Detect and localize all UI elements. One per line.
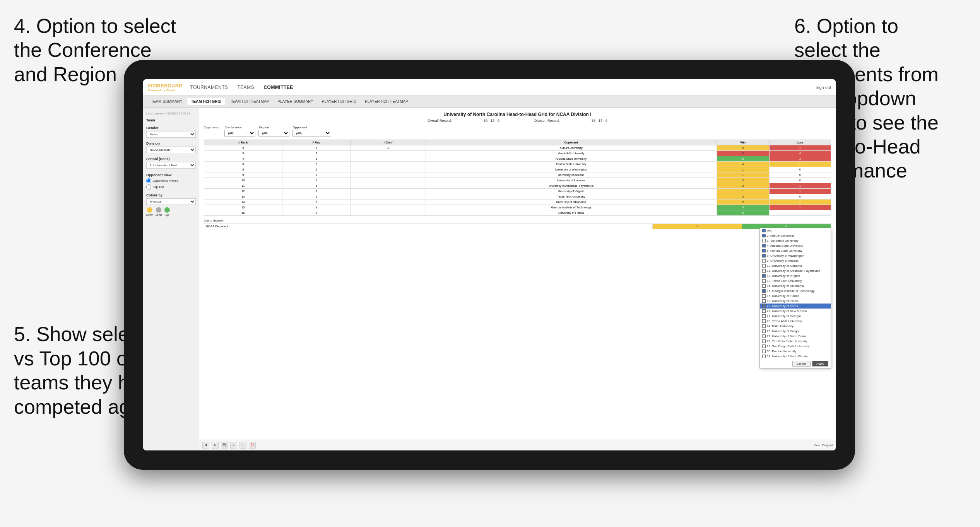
dropdown-item[interactable]: 14. University of Oklahoma [760, 283, 831, 288]
dropdown-item[interactable]: 16. University of Florida [760, 293, 831, 298]
dropdown-item[interactable]: 28. The Ohio State University [760, 339, 831, 344]
school-select[interactable]: 1. University of Nort... [146, 162, 196, 169]
top-100-label: Top 100 [153, 185, 164, 189]
cell-conf [351, 200, 426, 205]
dropdown-item[interactable]: 12. University of Virginia [760, 273, 831, 278]
undo-btn[interactable]: ↺ [202, 442, 209, 449]
dropdown-item[interactable]: 21. University of New Mexico [760, 309, 831, 314]
cell-win: 3 [717, 194, 769, 200]
dropdown-item[interactable]: 2. Auburn University [760, 233, 831, 238]
legend-up-label: Up [165, 213, 169, 216]
cell-rank: 12 [204, 189, 282, 194]
zoom-in-btn[interactable]: + [230, 442, 237, 449]
cell-win: 2 [717, 200, 769, 205]
dropdown-item[interactable]: 4. Arizona State University [760, 243, 831, 248]
sub-nav-player-h2h-grid[interactable]: PLAYER H2H GRID [318, 98, 360, 105]
dropdown-item-label: 13. Texas Tech University [767, 279, 802, 283]
dropdown-item[interactable]: (All) [760, 228, 831, 233]
dropdown-checkbox [762, 334, 766, 338]
sub-nav-player-h2h-heatmap[interactable]: PLAYER H2H HEATMAP [361, 98, 412, 105]
legend-up: Up [164, 207, 170, 216]
dropdown-item-label: 30. Purdue University [767, 350, 796, 353]
zoom-out-btn[interactable]: - [239, 442, 246, 449]
table-row: 14 2 University of Oklahoma 2 2 [204, 200, 831, 205]
cell-rank: 4 [204, 156, 282, 162]
dropdown-item[interactable]: 31. University of North Florida [760, 354, 831, 359]
grid-title: University of North Carolina Head-to-Hea… [204, 112, 831, 117]
dropdown-item[interactable]: 25. University of Oregon [760, 329, 831, 334]
table-row: 11 6 University of Arkansas, Fayettevill… [204, 183, 831, 189]
cell-rank: 8 [204, 167, 282, 172]
dropdown-item-label: 22. University of Georgia [767, 314, 801, 318]
colour-select[interactable]: Win/loss [146, 198, 196, 205]
col-opponent: Opponent [426, 140, 717, 145]
dropdown-item[interactable]: 27. University of Notre Dame [760, 334, 831, 339]
opponent-dropdown[interactable]: (All)2. Auburn University3. Vanderbilt U… [759, 228, 831, 368]
sub-nav-team-h2h-grid[interactable]: TEAM H2H GRID [187, 98, 226, 105]
dropdown-item[interactable]: 10. University of Alabama [760, 263, 831, 268]
dropdown-item[interactable]: 30. Purdue University [760, 349, 831, 354]
last-updated: Last Updated: 4/15/2024 16:55:38 [146, 112, 196, 115]
dropdown-item[interactable]: 18. University of Illinois [760, 298, 831, 304]
cell-loss: 4 [769, 151, 831, 156]
region-filter-select[interactable]: (All) [258, 130, 289, 136]
dropdown-cancel-button[interactable]: Cancel [792, 361, 811, 367]
dropdown-item[interactable]: 29. San Diego State University [760, 344, 831, 349]
conference-filter-select[interactable]: (All) [224, 130, 255, 136]
opponents-filter-label: Opponents: [204, 126, 220, 129]
dropdown-item-label: 20. University of Texas [767, 304, 798, 308]
dropdown-item[interactable]: 13. Texas Tech University [760, 278, 831, 283]
opponents-played-radio[interactable]: Opponents Played [146, 178, 196, 183]
cell-conf [351, 178, 426, 183]
right-panel: University of North Carolina Head-to-Hea… [199, 108, 836, 450]
dropdown-item[interactable]: 9. University of Arizona [760, 258, 831, 263]
nav-sign-out[interactable]: Sign out [816, 85, 831, 90]
cell-loss [769, 210, 831, 216]
cell-name: University of Washington [426, 167, 717, 172]
dropdown-apply-button[interactable]: Apply [812, 361, 828, 367]
dropdown-item[interactable]: 3. Vanderbilt University [760, 238, 831, 243]
cell-win: 1 [717, 189, 769, 194]
main-content: Last Updated: 4/15/2024 16:55:38 Team Ge… [143, 108, 836, 450]
dropdown-checkbox [762, 229, 766, 232]
col-reg: # Reg [282, 140, 351, 145]
redo-btn[interactable]: ↻ [212, 442, 219, 449]
dropdown-item[interactable]: 24. Duke University [760, 324, 831, 329]
save-btn[interactable]: 💾 [221, 442, 228, 449]
dropdown-item[interactable]: 11. University of Arkansas, Fayetteville [760, 268, 831, 273]
sub-nav-player-summary[interactable]: PLAYER SUMMARY [274, 98, 317, 105]
division-select[interactable]: NCAA Division I [146, 147, 196, 153]
dropdown-item-label: 29. San Diego State University [767, 345, 809, 348]
dropdown-item[interactable]: 6. Florida State University [760, 248, 831, 253]
dropdown-item[interactable]: 22. University of Georgia [760, 314, 831, 319]
bottom-toolbar: ↺ ↻ 💾 + - ⏰ View: Original [199, 440, 836, 450]
grid-records: Overall Record: 89 - 17 - 0 Division Rec… [204, 119, 831, 123]
table-row: 4 1 Arizona State University 5 1 [204, 156, 831, 162]
cell-reg: 2 [282, 167, 351, 172]
out-division-label: Out of division [204, 219, 831, 222]
opponent-filter-select[interactable]: (All) [292, 130, 331, 136]
sub-nav-team-summary[interactable]: TEAM SUMMARY [147, 98, 186, 105]
school-section: School (Rank) 1. University of Nort... [146, 157, 196, 169]
dropdown-item-label: 21. University of New Mexico [767, 309, 807, 313]
clock-btn[interactable]: ⏰ [249, 442, 256, 449]
cell-reg: 1 [282, 156, 351, 162]
cell-conf [351, 156, 426, 162]
dropdown-item[interactable]: 20. University of Texas [760, 304, 831, 309]
opponent-view-section: Opponent View Opponents Played Top 100 [146, 173, 196, 189]
opponent-filter-label: Opponent [292, 126, 331, 129]
dropdown-item[interactable]: 23. Texas A&M University [760, 319, 831, 324]
nav-teams[interactable]: TEAMS [238, 85, 255, 90]
dropdown-checkbox [762, 239, 766, 242]
dropdown-item-label: (All) [767, 229, 772, 232]
sub-nav-team-h2h-heatmap[interactable]: TEAM H2H HEATMAP [226, 98, 273, 105]
dropdown-checkbox [762, 324, 766, 328]
gender-select[interactable]: Men's [146, 131, 196, 138]
dropdown-item[interactable]: 15. Georgia Institute of Technology [760, 288, 831, 293]
legend-level-circle [156, 207, 161, 213]
dropdown-item[interactable]: 8. University of Washington [760, 253, 831, 258]
top-100-radio[interactable]: Top 100 [146, 184, 196, 189]
dropdown-checkbox [762, 274, 766, 278]
nav-committee[interactable]: COMMITTEE [263, 85, 293, 90]
nav-tournaments[interactable]: TOURNAMENTS [190, 85, 228, 90]
